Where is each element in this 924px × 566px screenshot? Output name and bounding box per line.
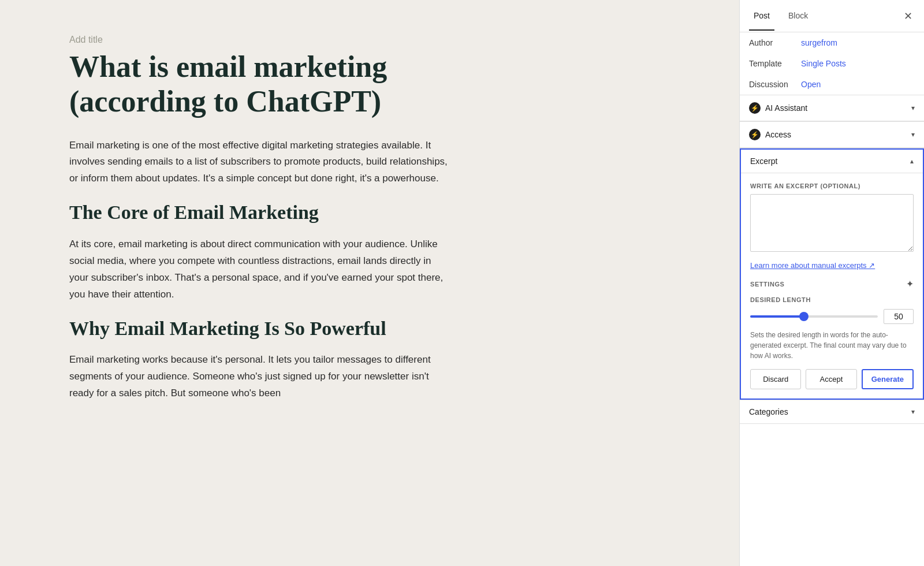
paragraph-1: Email marketing is one of the most effec… [69,137,450,188]
discard-button[interactable]: Discard [750,369,801,389]
categories-label: Categories [749,407,788,416]
meta-label-template: Template [749,59,801,68]
heading-1: The Core of Email Marketing [69,201,450,225]
heading-2: Why Email Marketing Is So Powerful [69,317,450,341]
excerpt-panel: Excerpt ▴ WRITE AN EXCERPT (OPTIONAL) Le… [740,148,924,400]
categories-panel: Categories ▾ [740,400,924,424]
excerpt-content: WRITE AN EXCERPT (OPTIONAL) Learn more a… [741,173,923,399]
meta-section: Author surgefrom Template Single Posts D… [740,32,924,95]
categories-panel-header[interactable]: Categories ▾ [740,400,924,424]
slider-fill [750,315,804,318]
accept-button[interactable]: Accept [806,369,856,389]
slider-row: 50 [750,309,914,324]
meta-row-discussion: Discussion Open [740,74,924,95]
access-header-left: ⚡ Access [749,129,791,140]
action-buttons: Discard Accept Generate [750,369,914,389]
meta-row-template: Template Single Posts [740,53,924,74]
ai-assistant-chevron: ▾ [911,104,915,112]
tab-block[interactable]: Block [784,2,813,31]
editor-area: Add title What is email marketing (accor… [0,0,739,566]
tab-post[interactable]: Post [749,2,774,31]
meta-value-template[interactable]: Single Posts [801,59,846,68]
excerpt-textarea[interactable] [750,194,914,252]
access-panel-header[interactable]: ⚡ Access ▾ [740,122,924,148]
generate-button[interactable]: Generate [862,369,914,389]
access-panel: ⚡ Access ▾ [740,122,924,148]
paragraph-2: At its core, email marketing is about di… [69,236,450,303]
ai-assistant-panel-header[interactable]: ⚡ AI Assistant ▾ [740,95,924,121]
excerpt-panel-header[interactable]: Excerpt ▴ [741,150,923,173]
slider-container[interactable] [750,315,878,318]
excerpt-panel-label: Excerpt [750,157,777,166]
ai-assistant-header-left: ⚡ AI Assistant [749,102,807,114]
ai-assistant-panel: ⚡ AI Assistant ▾ [740,95,924,122]
slider-description: Sets the desired length in words for the… [750,330,914,361]
meta-value-discussion[interactable]: Open [801,80,821,89]
excerpt-write-label: WRITE AN EXCERPT (OPTIONAL) [750,183,914,189]
paragraph-3: Email marketing works because it's perso… [69,352,450,402]
ai-assistant-icon: ⚡ [749,102,761,114]
sidebar: Post Block ✕ Author surgefrom Template S… [739,0,924,566]
excerpt-learn-more: Learn more about manual excerpts ↗ [750,260,914,270]
post-title[interactable]: What is email marketing (according to Ch… [69,50,445,119]
slider-thumb[interactable] [799,312,808,321]
meta-label-author: Author [749,38,801,47]
settings-label: SETTINGS [750,281,784,288]
meta-label-discussion: Discussion [749,80,801,89]
slider-track [750,315,878,318]
sidebar-close-button[interactable]: ✕ [901,9,915,24]
access-chevron: ▾ [911,131,915,139]
desired-length-label: DESIRED LENGTH [750,296,914,303]
sidebar-tabs: Post Block ✕ [740,0,924,32]
slider-value-input[interactable]: 50 [884,309,914,324]
meta-row-author: Author surgefrom [740,32,924,53]
excerpt-learn-more-link[interactable]: Learn more about manual excerpts ↗ [750,261,875,270]
meta-value-author[interactable]: surgefrom [801,38,837,47]
excerpt-chevron: ▴ [910,157,914,165]
access-label: Access [765,130,791,139]
settings-sparkle-icon[interactable]: ✦ [906,278,914,289]
add-title-placeholder: Add title [69,35,693,45]
categories-chevron: ▾ [911,408,915,416]
ai-assistant-label: AI Assistant [765,103,807,113]
access-icon: ⚡ [749,129,761,140]
settings-row: SETTINGS ✦ [750,278,914,289]
post-body: Email marketing is one of the most effec… [69,137,450,403]
